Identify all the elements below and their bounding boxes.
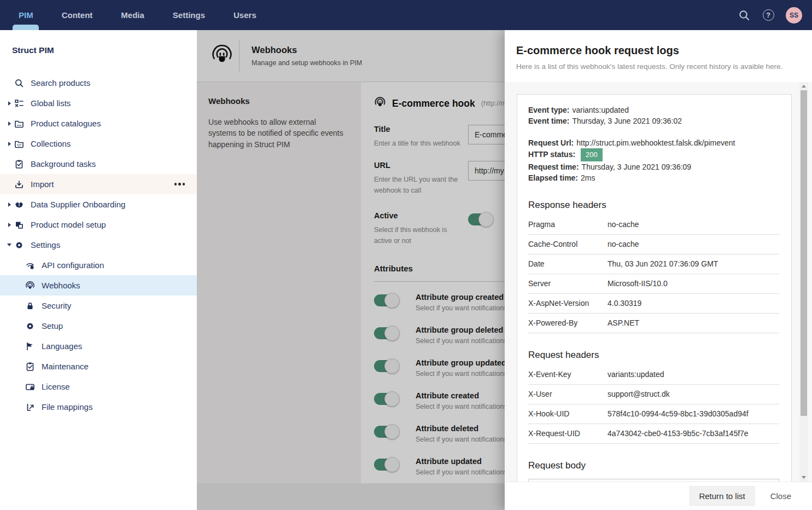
help-icon[interactable]: ? <box>762 9 775 22</box>
header-value: no-cache <box>607 220 639 229</box>
table-row: Cache-Controlno-cache <box>528 235 779 254</box>
caret-down-icon[interactable] <box>7 244 11 246</box>
global-lists-icon <box>14 98 31 108</box>
sidebar-item-label: Product catalogues <box>31 119 101 128</box>
sidebar-item-webhooks[interactable]: Webhooks <box>0 275 197 295</box>
caret-right-icon[interactable] <box>8 202 11 207</box>
header-value: Microsoft-IIS/10.0 <box>607 279 668 288</box>
api-configuration-icon <box>25 260 42 270</box>
scroll-up-arrow-icon[interactable] <box>802 85 806 88</box>
collections-folder-icon <box>14 139 31 149</box>
request-logs-panel: E-commerce hook request logs Here is a l… <box>505 30 812 510</box>
header-key: Pragma <box>528 220 607 229</box>
scrollbar-thumb[interactable] <box>801 90 807 416</box>
lock-icon <box>25 301 42 311</box>
request-headers-table: X-Event-Keyvariants:updated X-Usersuppor… <box>528 365 779 444</box>
field-value: 2ms <box>581 173 595 182</box>
field-value: Thursday, 3 June 2021 09:36:09 <box>582 163 692 171</box>
sidebar-item-label: Search products <box>31 78 90 88</box>
field-value: Thursday, 3 June 2021 09:36:02 <box>572 117 682 125</box>
nav-item-settings[interactable]: Settings <box>159 0 219 30</box>
panel-scrollbar[interactable] <box>799 82 808 482</box>
sidebar-item-global-lists[interactable]: Global lists <box>0 93 197 113</box>
header-value: no-cache <box>607 240 639 248</box>
field-label: Request Url: <box>528 138 574 147</box>
header-value: 4a743042-cbe0-4153-9b5c-7cb3af145f7e <box>607 429 749 438</box>
field-label: HTTP status: <box>528 150 575 159</box>
table-row: ServerMicrosoft-IIS/10.0 <box>528 274 779 294</box>
sidebar-item-label: Webhooks <box>42 281 80 290</box>
header-key: Date <box>528 259 607 268</box>
sidebar-item-import[interactable]: Import <box>0 174 197 194</box>
sidebar-item-maintenance[interactable]: Maintenance <box>0 356 197 376</box>
table-row: Pragmano-cache <box>528 215 779 235</box>
header-value: 4.0.30319 <box>607 299 641 308</box>
sidebar-item-search-products[interactable]: Search products <box>0 73 197 93</box>
sidebar-item-product-model-setup[interactable]: Product model setup <box>0 215 197 235</box>
header-value: 578f4c10-0994-4c59-8bc1-39d0305ad94f <box>607 409 749 418</box>
sidebar-item-label: Product model setup <box>31 220 106 229</box>
table-row: DateThu, 03 Jun 2021 07:36:09 GMT <box>528 254 779 274</box>
event-time-row: Event time:Thursday, 3 June 2021 09:36:0… <box>528 115 779 126</box>
header-key: X-Request-UID <box>528 429 607 438</box>
sidebar-item-setup[interactable]: Setup <box>0 316 197 336</box>
nav-right-actions: ? SS <box>738 7 812 24</box>
gear-icon <box>14 240 31 250</box>
response-headers-table: Pragmano-cache Cache-Controlno-cache Dat… <box>528 215 779 333</box>
field-label: Request time: <box>528 163 579 171</box>
sidebar-item-label: Languages <box>42 341 82 351</box>
sidebar-item-security[interactable]: Security <box>0 295 197 316</box>
sidebar-item-label: Collections <box>31 139 71 148</box>
sidebar-item-languages[interactable]: Languages <box>0 336 197 356</box>
search-icon[interactable] <box>738 9 751 22</box>
close-button[interactable]: Close <box>770 491 791 501</box>
nav-item-users[interactable]: Users <box>219 0 271 30</box>
nav-item-pim[interactable]: PIM <box>4 0 48 30</box>
sidebar-item-label: Setup <box>42 321 63 331</box>
avatar[interactable]: SS <box>786 7 802 24</box>
brand-title: Struct PIM <box>0 30 197 68</box>
nav-item-content[interactable]: Content <box>48 0 107 30</box>
field-value: http://struct.pim.webhooktest.falsk.dk/p… <box>576 138 735 147</box>
sidebar-item-label: API configuration <box>42 260 104 270</box>
panel-title: E-commerce hook request logs <box>516 44 801 57</box>
caret-right-icon[interactable] <box>8 223 11 227</box>
request-time-row: Request time:Thursday, 3 June 2021 09:36… <box>528 161 779 172</box>
request-body-title: Request body <box>528 460 779 471</box>
file-mappings-icon <box>25 402 42 412</box>
sidebar-item-license[interactable]: License <box>0 376 197 397</box>
sidebar-item-settings[interactable]: Settings <box>0 235 197 255</box>
settings-submenu: API configuration Webhooks <box>0 255 197 417</box>
search-icon <box>14 78 31 88</box>
sidebar-item-product-catalogues[interactable]: Product catalogues <box>0 113 197 134</box>
field-label: Elapsed time: <box>528 173 578 182</box>
sidebar-item-collections[interactable]: Collections <box>0 134 197 154</box>
webhook-icon <box>25 281 42 291</box>
sidebar-item-file-mappings[interactable]: File mappings <box>0 397 197 417</box>
panel-body: Event type:variants:updated Event time:T… <box>505 82 812 482</box>
table-row: X-Powered-ByASP.NET <box>528 314 779 333</box>
sidebar-item-api-configuration[interactable]: API configuration <box>0 255 197 275</box>
sidebar: Struct PIM Search products Global lists <box>0 30 197 510</box>
nav-item-media[interactable]: Media <box>107 0 159 30</box>
caret-right-icon[interactable] <box>8 142 11 146</box>
header-value: support@struct.dk <box>607 390 670 398</box>
event-type-row: Event type:variants:updated <box>528 105 779 115</box>
caret-right-icon[interactable] <box>8 101 11 106</box>
header-key: X-User <box>528 390 607 398</box>
table-row: X-AspNet-Version4.0.30319 <box>528 294 779 314</box>
header-key: Server <box>528 279 607 288</box>
handshake-icon <box>14 200 31 210</box>
clipboard-check-icon <box>14 159 31 169</box>
caret-right-icon[interactable] <box>8 121 11 126</box>
more-options-icon[interactable] <box>174 183 185 186</box>
sidebar-item-background-tasks[interactable]: Background tasks <box>0 154 197 174</box>
scroll-down-arrow-icon[interactable] <box>802 476 806 479</box>
header-key: X-Hook-UID <box>528 409 607 418</box>
field-label: Event type: <box>528 106 569 114</box>
request-body-code: { "VariantIds": [ <box>528 479 779 482</box>
panel-footer: Return to list Close <box>505 482 812 510</box>
elapsed-time-row: Elapsed time:2ms <box>528 172 779 183</box>
return-to-list-button[interactable]: Return to list <box>689 486 755 506</box>
sidebar-item-data-supplier-onboarding[interactable]: Data Supplier Onboarding <box>0 194 197 215</box>
